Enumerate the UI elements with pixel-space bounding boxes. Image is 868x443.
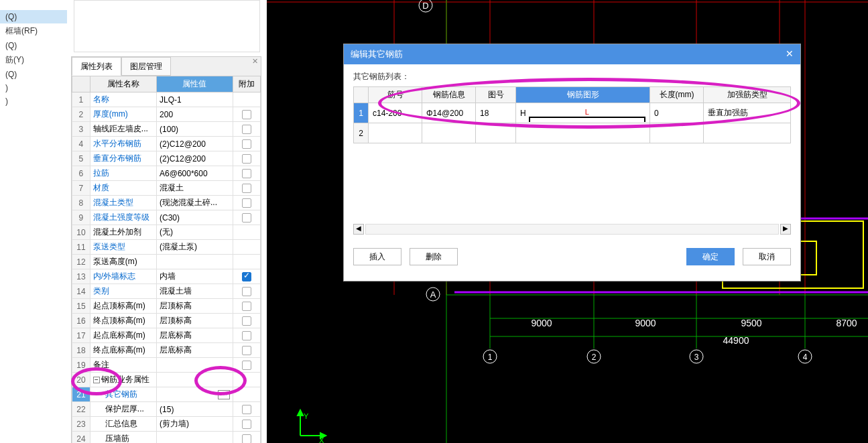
checkbox[interactable] xyxy=(242,331,251,340)
property-row[interactable]: 1名称JLQ-1 xyxy=(72,92,261,107)
cell-shape[interactable]: H L xyxy=(516,103,650,123)
checkbox[interactable] xyxy=(242,287,251,296)
property-extra[interactable] xyxy=(233,210,260,225)
property-row[interactable]: 15起点顶标高(m)层顶标高 xyxy=(72,299,261,314)
tree-item[interactable]: (Q) xyxy=(0,39,67,52)
property-row[interactable]: 2厚度(mm)200 xyxy=(72,107,261,122)
scroll-right-icon[interactable]: ▶ xyxy=(780,224,791,235)
property-row[interactable]: 17起点底标高(m)层底标高 xyxy=(72,328,261,343)
property-extra[interactable] xyxy=(233,225,260,240)
tree-item[interactable]: (Q) xyxy=(0,68,67,81)
tree-item[interactable]: ) xyxy=(0,81,67,94)
property-extra[interactable] xyxy=(233,432,260,444)
property-row[interactable]: 3轴线距左墙皮...(100) xyxy=(72,122,261,137)
property-extra[interactable] xyxy=(233,358,260,373)
close-icon[interactable]: ✕ xyxy=(786,48,794,60)
cell-length[interactable]: 0 xyxy=(650,103,704,123)
horizontal-scrollbar[interactable]: ◀ ▶ xyxy=(353,224,791,235)
property-row[interactable]: 18终点底标高(m)层底标高 xyxy=(72,343,261,358)
cancel-button[interactable]: 取消 xyxy=(743,248,791,265)
collapse-icon[interactable]: − xyxy=(93,377,100,383)
property-extra[interactable] xyxy=(233,166,260,181)
property-value[interactable]: (100) xyxy=(157,122,233,137)
tab-layers[interactable]: 图层管理 xyxy=(121,57,171,76)
property-extra[interactable] xyxy=(233,92,260,107)
property-row[interactable]: 14类别混凝土墙 xyxy=(72,284,261,299)
property-value[interactable]: 200 xyxy=(157,107,233,122)
checkbox[interactable] xyxy=(242,139,251,149)
property-row[interactable]: 7材质混凝土 xyxy=(72,181,261,196)
tree-item[interactable]: (Q) xyxy=(0,10,67,23)
property-value[interactable]: JLQ-1 xyxy=(157,92,233,107)
col-value[interactable]: 属性值 xyxy=(157,76,233,92)
browse-icon[interactable]: ⋯ xyxy=(218,390,230,399)
checkbox[interactable] xyxy=(242,346,251,355)
property-row[interactable]: 10混凝土外加剂(无) xyxy=(72,225,261,240)
property-value[interactable]: (无) xyxy=(157,225,233,240)
property-extra[interactable] xyxy=(233,343,260,358)
property-value[interactable] xyxy=(157,373,233,387)
property-row[interactable]: 23汇总信息(剪力墙) xyxy=(72,417,261,432)
property-row[interactable]: 16终点顶标高(m)层顶标高 xyxy=(72,314,261,328)
property-value[interactable]: (混凝土泵) xyxy=(157,240,233,255)
property-value[interactable]: 混凝土 xyxy=(157,181,233,196)
property-row[interactable]: 9混凝土强度等级(C30) xyxy=(72,210,261,225)
checkbox[interactable] xyxy=(242,420,251,429)
checkbox[interactable] xyxy=(242,302,251,311)
property-row[interactable]: 24压墙筋 xyxy=(72,432,261,444)
scroll-left-icon[interactable]: ◀ xyxy=(353,224,364,235)
property-value[interactable]: 内墙 xyxy=(157,269,233,284)
property-extra[interactable] xyxy=(233,387,260,402)
property-extra[interactable] xyxy=(233,240,260,255)
property-extra[interactable] xyxy=(233,284,260,299)
property-value[interactable]: 层顶标高 xyxy=(157,299,233,314)
property-extra[interactable] xyxy=(233,373,260,387)
property-row[interactable]: 6拉筋A6@600*600 xyxy=(72,166,261,181)
property-extra[interactable] xyxy=(233,107,260,122)
property-value[interactable]: (现浇混凝土碎... xyxy=(157,196,233,210)
property-extra[interactable] xyxy=(233,122,260,137)
property-extra[interactable] xyxy=(233,328,260,343)
property-value[interactable]: (2)C12@200 xyxy=(157,151,233,166)
checkbox[interactable] xyxy=(242,272,251,281)
tab-properties[interactable]: 属性列表 xyxy=(72,57,121,76)
ok-button[interactable]: 确定 xyxy=(686,248,735,265)
property-extra[interactable] xyxy=(233,314,260,328)
checkbox[interactable] xyxy=(242,125,251,134)
tree-item[interactable]: ) xyxy=(0,94,67,108)
checkbox[interactable] xyxy=(242,434,251,443)
property-extra[interactable] xyxy=(233,181,260,196)
cell-info[interactable]: Φ14@200 xyxy=(422,103,476,123)
property-extra[interactable] xyxy=(233,137,260,151)
property-extra[interactable] xyxy=(233,417,260,432)
tree-item[interactable]: 筋(Y) xyxy=(0,52,67,68)
property-extra[interactable] xyxy=(233,269,260,284)
property-value[interactable]: (2)C12@200 xyxy=(157,137,233,151)
property-value[interactable]: 层底标高 xyxy=(157,343,233,358)
property-value[interactable]: (C30) xyxy=(157,210,233,225)
property-row[interactable]: 8混凝土类型(现浇混凝土碎... xyxy=(72,196,261,210)
property-row[interactable]: 5垂直分布钢筋(2)C12@200 xyxy=(72,151,261,166)
property-extra[interactable] xyxy=(233,299,260,314)
property-extra[interactable] xyxy=(233,255,260,269)
property-extra[interactable] xyxy=(233,402,260,417)
close-icon[interactable]: ✕ xyxy=(252,57,258,66)
checkbox[interactable] xyxy=(242,213,251,223)
property-row[interactable]: 13内/外墙标志内墙 xyxy=(72,269,261,284)
property-row[interactable]: 12泵送高度(m) xyxy=(72,255,261,269)
property-value[interactable]: 混凝土墙 xyxy=(157,284,233,299)
delete-button[interactable]: 删除 xyxy=(410,248,458,265)
checkbox[interactable] xyxy=(242,316,251,326)
checkbox[interactable] xyxy=(242,110,251,119)
property-value[interactable]: (15) xyxy=(157,402,233,417)
checkbox[interactable] xyxy=(242,184,251,193)
property-value[interactable] xyxy=(157,358,233,373)
property-row[interactable]: 22保护层厚...(15) xyxy=(72,402,261,417)
checkbox[interactable] xyxy=(242,361,251,370)
property-value[interactable]: 层底标高 xyxy=(157,328,233,343)
col-shape[interactable]: 钢筋图形 xyxy=(516,87,650,103)
checkbox[interactable] xyxy=(242,405,251,414)
scroll-track[interactable] xyxy=(365,224,779,235)
tree-item[interactable]: 框墙(RF) xyxy=(0,23,67,39)
property-value[interactable]: A6@600*600 xyxy=(157,166,233,181)
